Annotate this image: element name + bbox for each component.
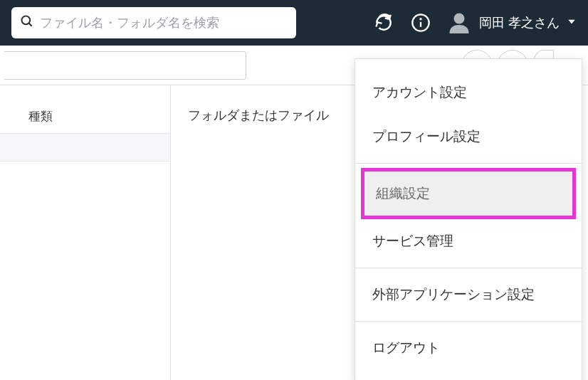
svg-marker-6 bbox=[568, 20, 574, 24]
sidebar: 種類 bbox=[0, 85, 171, 380]
menu-divider bbox=[355, 268, 582, 268]
info-button[interactable] bbox=[409, 11, 432, 34]
search-icon bbox=[20, 14, 34, 31]
search-input[interactable] bbox=[40, 16, 288, 31]
user-dropdown-menu: アカウント設定 プロフィール設定 組織設定 サービス管理 外部アプリケーション設… bbox=[355, 58, 582, 380]
svg-point-4 bbox=[420, 19, 421, 19]
path-input-partial[interactable] bbox=[4, 51, 246, 80]
topbar: 岡田 孝之さん bbox=[0, 0, 588, 46]
menu-divider bbox=[355, 321, 582, 322]
sidebar-empty-row bbox=[0, 133, 170, 162]
svg-point-5 bbox=[453, 14, 464, 24]
avatar-icon bbox=[446, 10, 472, 36]
topbar-actions: 岡田 孝之さん bbox=[372, 10, 577, 36]
menu-item-service-management[interactable]: サービス管理 bbox=[355, 219, 582, 263]
info-icon bbox=[411, 13, 431, 33]
menu-item-account-settings[interactable]: アカウント設定 bbox=[355, 70, 582, 115]
refresh-icon bbox=[374, 14, 393, 32]
chevron-down-icon bbox=[567, 16, 577, 29]
refresh-button[interactable] bbox=[372, 11, 395, 34]
username-label: 岡田 孝之さん bbox=[479, 14, 560, 31]
svg-line-1 bbox=[29, 23, 32, 26]
menu-divider bbox=[355, 163, 582, 164]
menu-item-organization-settings[interactable]: 組織設定 bbox=[361, 168, 576, 219]
svg-point-0 bbox=[22, 16, 31, 25]
user-menu-trigger[interactable]: 岡田 孝之さん bbox=[446, 10, 577, 36]
menu-item-profile-settings[interactable]: プロフィール設定 bbox=[355, 115, 582, 159]
menu-item-logout[interactable]: ログアウト bbox=[355, 326, 582, 370]
search-container[interactable] bbox=[11, 7, 296, 38]
menu-item-external-app-settings[interactable]: 外部アプリケーション設定 bbox=[355, 273, 582, 317]
column-header-type: 種類 bbox=[0, 100, 170, 133]
